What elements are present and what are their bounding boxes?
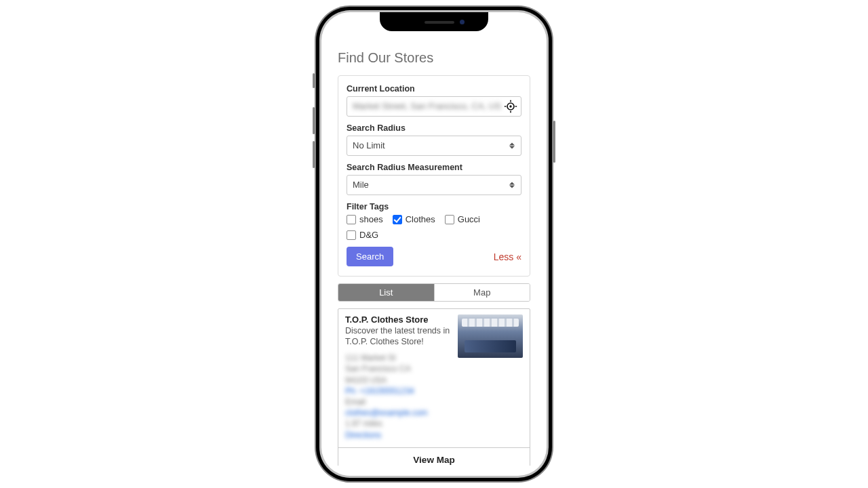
tag-checkbox-dg[interactable]: D&G [347,230,378,240]
page-title: Find Our Stores [338,50,530,66]
hw-volume-up [313,107,315,134]
radius-unit-select-value: Mile [353,180,369,190]
results-list: T.O.P. Clothes Store Discover the latest… [338,308,530,469]
location-label: Current Location [347,84,521,94]
location-value-obscured: Market Street, San Francisco, CA, USA [353,97,500,116]
result-item[interactable]: T.O.P. Clothes Store Discover the latest… [338,309,530,448]
tab-map[interactable]: Map [434,284,530,301]
phone-screen: Find Our Stores Current Location Market … [328,19,540,469]
tag-label: Clothes [406,214,435,224]
result-details-obscured: 111 Market St San Francisco CA 94103 USA… [345,352,451,441]
hw-volume-down [313,141,315,168]
hw-power-button [553,121,555,163]
radius-unit-label: Search Radius Measurement [347,163,521,172]
tag-label: Gucci [458,214,480,224]
tag-label: D&G [359,230,378,240]
results-view-tabs: List Map [338,283,530,302]
tag-label: shoes [359,214,383,224]
svg-point-1 [509,105,511,107]
phone-notch [380,12,488,31]
gps-fixed-icon[interactable] [504,100,517,113]
tab-list[interactable]: List [338,284,434,301]
filter-tags-group: shoes Clothes Gucci D&G [347,214,521,240]
result-thumbnail [458,314,523,358]
result-description: Discover the latest trends in T.O.P. Clo… [345,326,451,347]
hw-mute-switch [313,73,315,88]
search-button[interactable]: Search [347,247,393,266]
location-input[interactable]: Market Street, San Francisco, CA, USA [347,96,521,117]
tag-checkbox-clothes[interactable]: Clothes [393,214,435,224]
up-down-caret-icon [509,182,515,188]
radius-unit-select[interactable]: Mile [347,175,521,195]
result-title: T.O.P. Clothes Store [345,314,451,325]
filter-tags-label: Filter Tags [347,202,521,211]
radius-label: Search Radius [347,123,521,133]
up-down-caret-icon [509,143,515,149]
tag-checkbox-shoes[interactable]: shoes [347,214,383,224]
radius-select[interactable]: No Limit [347,136,521,156]
view-map-button[interactable]: View Map [338,448,530,469]
phone-frame: Find Our Stores Current Location Market … [321,12,547,476]
radius-select-value: No Limit [353,140,385,150]
search-filter-card: Current Location Market Street, San Fran… [338,75,530,277]
collapse-filters-link[interactable]: Less « [494,251,521,262]
tag-checkbox-gucci[interactable]: Gucci [445,214,480,224]
